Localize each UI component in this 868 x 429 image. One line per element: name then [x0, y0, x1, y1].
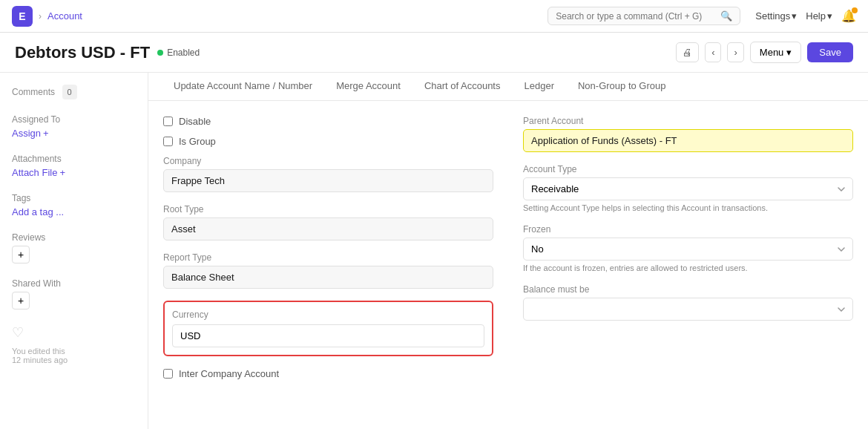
parent-account-value[interactable]: Application of Funds (Assets) - FT — [523, 129, 853, 152]
parent-account-field: Parent Account Application of Funds (Ass… — [523, 116, 853, 152]
settings-button[interactable]: Settings ▾ — [755, 10, 797, 22]
disable-field: Disable — [163, 116, 493, 127]
account-type-label: Account Type — [523, 164, 853, 174]
title-area: Debtors USD - FT Enabled — [15, 43, 200, 62]
sidebar: Comments 0 Assigned To Assign + Attachme… — [0, 73, 148, 429]
currency-input[interactable] — [172, 324, 484, 347]
tab-chart-of-accounts[interactable]: Chart of Accounts — [414, 73, 511, 100]
sidebar-tags: Tags Add a tag ... — [12, 193, 136, 217]
tab-update-account[interactable]: Update Account Name / Number — [163, 73, 323, 100]
form-area: Disable Is Group Company Frappe Tech Roo… — [148, 101, 868, 429]
edit-note: You edited this 12 minutes ago — [12, 347, 136, 364]
account-type-field: Account Type Receivable Setting Account … — [523, 164, 853, 212]
page-header: Debtors USD - FT Enabled 🖨 ‹ › Menu ▾ Sa… — [0, 33, 868, 73]
next-button[interactable]: › — [727, 42, 743, 62]
is-group-checkbox[interactable] — [163, 137, 173, 146]
page-title: Debtors USD - FT — [15, 43, 150, 62]
report-type-field: Report Type Balance Sheet — [163, 252, 493, 289]
disable-checkbox[interactable] — [163, 117, 173, 126]
comments-count: 0 — [62, 85, 77, 99]
disable-label: Disable — [179, 116, 211, 127]
main-layout: Comments 0 Assigned To Assign + Attachme… — [0, 73, 868, 429]
add-tag-link[interactable]: Add a tag ... — [12, 206, 136, 217]
print-button[interactable]: 🖨 — [676, 42, 699, 62]
assigned-to-label: Assigned To — [12, 114, 136, 125]
add-shared-button[interactable]: + — [12, 292, 30, 310]
breadcrumb-account[interactable]: Account — [47, 10, 82, 22]
breadcrumb-chevron: › — [39, 11, 42, 22]
top-navigation: E › Account 🔍 Settings ▾ Help ▾ 🔔 — [0, 0, 868, 33]
currency-label: Currency — [172, 310, 484, 320]
inter-company-field: Inter Company Account — [163, 368, 493, 379]
comments-label: Comments — [12, 87, 55, 97]
company-field: Company Frappe Tech — [163, 156, 493, 192]
frozen-field: Frozen No If the account is frozen, entr… — [523, 224, 853, 272]
report-type-label: Report Type — [163, 252, 493, 263]
form-left: Disable Is Group Company Frappe Tech Roo… — [163, 116, 493, 415]
app-icon: E — [12, 6, 33, 27]
sidebar-comments: Comments 0 — [12, 85, 136, 99]
tab-non-group-to-group[interactable]: Non-Group to Group — [568, 73, 677, 100]
report-type-value: Balance Sheet — [163, 266, 493, 289]
inter-company-label: Inter Company Account — [179, 368, 279, 379]
is-group-label: Is Group — [179, 136, 216, 147]
notification-dot — [852, 7, 858, 13]
tab-bar: Update Account Name / Number Merge Accou… — [148, 73, 868, 101]
sidebar-reviews: Reviews + — [12, 232, 136, 263]
balance-must-be-label: Balance must be — [523, 284, 853, 295]
status-text: Enabled — [167, 48, 200, 58]
tab-merge-account[interactable]: Merge Account — [326, 73, 411, 100]
shared-with-label: Shared With — [12, 278, 136, 289]
save-button[interactable]: Save — [807, 42, 853, 62]
search-input[interactable] — [556, 11, 716, 22]
add-review-button[interactable]: + — [12, 246, 30, 263]
reviews-label: Reviews — [12, 232, 136, 243]
root-type-field: Root Type Asset — [163, 204, 493, 240]
balance-must-be-field: Balance must be — [523, 284, 853, 321]
sidebar-shared-with: Shared With + — [12, 278, 136, 310]
search-icon: 🔍 — [720, 10, 732, 22]
header-actions: 🖨 ‹ › Menu ▾ Save — [676, 42, 853, 63]
account-type-hint: Setting Account Type helps in selecting … — [523, 203, 853, 212]
sidebar-assigned-to: Assigned To Assign + — [12, 114, 136, 139]
help-button[interactable]: Help ▾ — [806, 10, 832, 22]
tab-ledger[interactable]: Ledger — [514, 73, 565, 100]
attach-file-link[interactable]: Attach File + — [12, 167, 136, 178]
status-badge: Enabled — [157, 48, 200, 58]
inter-company-checkbox[interactable] — [163, 369, 173, 379]
menu-button[interactable]: Menu ▾ — [750, 42, 802, 63]
balance-must-be-select[interactable] — [523, 298, 853, 321]
global-search[interactable]: 🔍 — [548, 7, 740, 25]
form-right: Parent Account Application of Funds (Ass… — [523, 116, 853, 415]
frozen-hint: If the account is frozen, entries are al… — [523, 263, 853, 272]
notifications-button[interactable]: 🔔 — [841, 9, 856, 23]
tags-label: Tags — [12, 193, 136, 203]
is-group-field: Is Group — [163, 136, 493, 147]
currency-field: Currency — [163, 301, 493, 356]
like-button[interactable]: ♡ — [12, 324, 136, 341]
root-type-label: Root Type — [163, 204, 493, 214]
attachments-label: Attachments — [12, 154, 136, 164]
company-value: Frappe Tech — [163, 169, 493, 192]
content-area: Update Account Name / Number Merge Accou… — [148, 73, 868, 429]
parent-account-label: Parent Account — [523, 116, 853, 126]
company-label: Company — [163, 156, 493, 166]
frozen-label: Frozen — [523, 224, 853, 235]
nav-actions: Settings ▾ Help ▾ 🔔 — [755, 9, 856, 23]
root-type-value: Asset — [163, 217, 493, 240]
account-type-select[interactable]: Receivable — [523, 177, 853, 200]
prev-button[interactable]: ‹ — [705, 42, 721, 62]
status-dot — [157, 50, 163, 56]
frozen-select[interactable]: No — [523, 238, 853, 261]
assign-link[interactable]: Assign + — [12, 128, 136, 139]
sidebar-attachments: Attachments Attach File + — [12, 154, 136, 178]
